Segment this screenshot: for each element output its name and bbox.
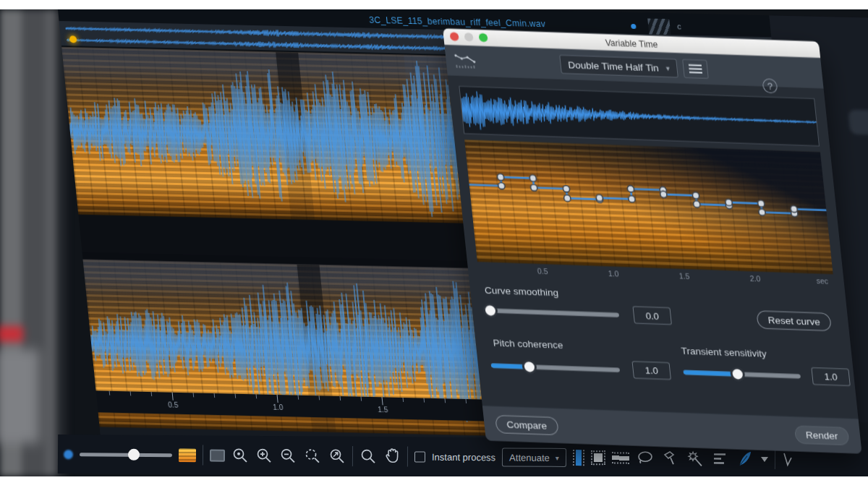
dialog-waveform-panel[interactable] bbox=[459, 86, 820, 146]
curve-control-point[interactable] bbox=[529, 175, 537, 182]
time-selection-tool[interactable] bbox=[573, 450, 584, 466]
ruler-tick bbox=[172, 393, 174, 401]
waveform-spectrogram-balance-icon[interactable] bbox=[210, 449, 225, 461]
preset-value: Double Time Half Tin bbox=[568, 59, 660, 73]
brush-selection-tool[interactable] bbox=[661, 449, 680, 468]
compare-button[interactable]: Compare bbox=[495, 414, 558, 435]
lasso-selection-tool[interactable] bbox=[636, 450, 655, 467]
instant-process-checkbox[interactable] bbox=[414, 451, 425, 462]
transient-sensitivity-value[interactable]: 1.0 bbox=[811, 367, 851, 386]
pitch-coherence-handle[interactable] bbox=[522, 359, 537, 374]
axis-tick-label: 1.5 bbox=[678, 272, 690, 281]
transient-sensitivity-label: Transient sensitivity bbox=[681, 346, 767, 359]
transient-sensitivity-slider[interactable] bbox=[683, 366, 801, 383]
ruler-tick bbox=[256, 394, 258, 398]
ruler-tick bbox=[466, 399, 467, 403]
curve-control-point[interactable] bbox=[497, 174, 504, 181]
zoom-slider-handle[interactable] bbox=[128, 449, 140, 461]
feather-options-caret-icon[interactable] bbox=[761, 456, 768, 461]
module-select-dropdown[interactable]: Attenuate ▾ bbox=[502, 448, 566, 467]
chevron-down-icon: ▾ bbox=[665, 64, 670, 72]
playhead-marker-icon[interactable] bbox=[69, 35, 77, 43]
curve-control-point[interactable] bbox=[628, 195, 635, 202]
curve-control-point[interactable] bbox=[627, 185, 634, 192]
file-tab[interactable]: 3C_LSE_115_berimbau_riff_feel_Cmin.wav bbox=[369, 15, 546, 30]
reset-curve-button[interactable]: Reset curve bbox=[756, 310, 832, 331]
axis-unit: sec bbox=[816, 276, 829, 286]
close-button[interactable] bbox=[450, 32, 459, 40]
module-select-value: Attenuate bbox=[509, 452, 550, 463]
curve-control-point[interactable] bbox=[758, 209, 765, 216]
hand-tool-icon[interactable] bbox=[383, 447, 401, 466]
magic-wand-tool[interactable] bbox=[686, 449, 705, 468]
ruler-tick bbox=[193, 393, 195, 397]
status-dot-icon bbox=[64, 450, 73, 459]
pitch-coherence-label: Pitch coherence bbox=[493, 338, 563, 351]
preset-dropdown[interactable]: Double Time Half Tin ▾ bbox=[559, 55, 678, 78]
render-button[interactable]: Render bbox=[794, 425, 850, 445]
curve-control-point[interactable] bbox=[693, 201, 700, 208]
curve-control-point[interactable] bbox=[660, 191, 667, 198]
curve-control-point[interactable] bbox=[692, 192, 699, 200]
ruler-tick bbox=[109, 391, 111, 395]
pitch-coherence-value[interactable]: 1.0 bbox=[631, 361, 671, 380]
ruler-label: 1.5 bbox=[378, 406, 388, 414]
zoom-out-icon[interactable] bbox=[279, 447, 297, 464]
frequency-selection-tool[interactable] bbox=[612, 452, 629, 463]
curve-control-point[interactable] bbox=[563, 194, 571, 202]
curve-control-point[interactable] bbox=[791, 205, 798, 213]
minimize-button[interactable] bbox=[464, 33, 474, 41]
zoom-slider[interactable] bbox=[80, 448, 172, 461]
blurred-background-panel bbox=[0, 9, 67, 476]
zoom-reset-icon[interactable] bbox=[328, 448, 346, 465]
tab-grip-icon bbox=[647, 18, 671, 35]
page-margin-bottom bbox=[0, 476, 868, 488]
curve-smoothing-handle[interactable] bbox=[482, 303, 498, 318]
magnifier-icon[interactable] bbox=[359, 448, 377, 465]
time-frequency-selection-tool[interactable] bbox=[591, 450, 605, 465]
axis-tick-label: 0.5 bbox=[537, 267, 548, 276]
ruler-tick bbox=[361, 397, 362, 401]
pitch-coherence-slider[interactable] bbox=[490, 359, 621, 377]
ruler-tick bbox=[424, 398, 425, 403]
curve-control-point[interactable] bbox=[725, 199, 732, 206]
curve-smoothing-label: Curve smoothing bbox=[484, 285, 559, 299]
time-stretch-curve[interactable] bbox=[464, 140, 833, 274]
spectrogram-settings-icon[interactable] bbox=[179, 448, 196, 462]
ruler-tick bbox=[382, 397, 383, 405]
ruler-tick bbox=[319, 395, 320, 400]
modified-dot-icon bbox=[631, 24, 637, 29]
curve-control-point[interactable] bbox=[563, 185, 570, 192]
blurred-knob bbox=[848, 110, 868, 135]
variable-time-dialog: Variable Time Double Time Half Tin ▾ ? s… bbox=[443, 28, 862, 454]
clipped-edge-tool[interactable] bbox=[782, 450, 796, 468]
curve-control-point[interactable] bbox=[530, 184, 537, 192]
zoom-tool-icon[interactable] bbox=[231, 447, 249, 464]
ruler-tick bbox=[445, 398, 446, 403]
dialog-title: Variable Time bbox=[605, 37, 658, 49]
zoom-button[interactable] bbox=[478, 33, 488, 42]
zoom-selection-icon[interactable] bbox=[303, 447, 322, 464]
variable-time-module-icon bbox=[452, 49, 479, 70]
curve-smoothing-slider[interactable] bbox=[485, 304, 620, 322]
axis-tick-label: 2.0 bbox=[749, 274, 761, 283]
preset-menu-button[interactable] bbox=[682, 59, 709, 79]
instant-process-label: Instant process bbox=[432, 451, 495, 463]
harmonics-tool[interactable] bbox=[712, 451, 729, 466]
axis-tick-label: 1.0 bbox=[608, 269, 619, 278]
screen-photo: 3C_LSE_115_berimbau_riff_feel_Cmin.wav c bbox=[0, 9, 868, 476]
next-tab-label[interactable]: c bbox=[677, 22, 682, 30]
curve-control-point[interactable] bbox=[757, 200, 765, 207]
curve-control-point[interactable] bbox=[498, 182, 505, 189]
transient-sensitivity-handle[interactable] bbox=[729, 367, 745, 382]
dialog-spectrogram-panel[interactable] bbox=[464, 140, 833, 274]
curve-smoothing-value[interactable]: 0.0 bbox=[632, 306, 672, 325]
ruler-tick bbox=[235, 394, 237, 398]
ruler-tick bbox=[277, 395, 278, 403]
ruler-tick bbox=[340, 396, 341, 401]
curve-control-point[interactable] bbox=[596, 194, 603, 202]
ruler-tick bbox=[298, 395, 299, 400]
feather-tool[interactable] bbox=[736, 450, 754, 468]
zoom-in-icon[interactable] bbox=[255, 447, 273, 464]
ruler-tick bbox=[403, 398, 404, 402]
